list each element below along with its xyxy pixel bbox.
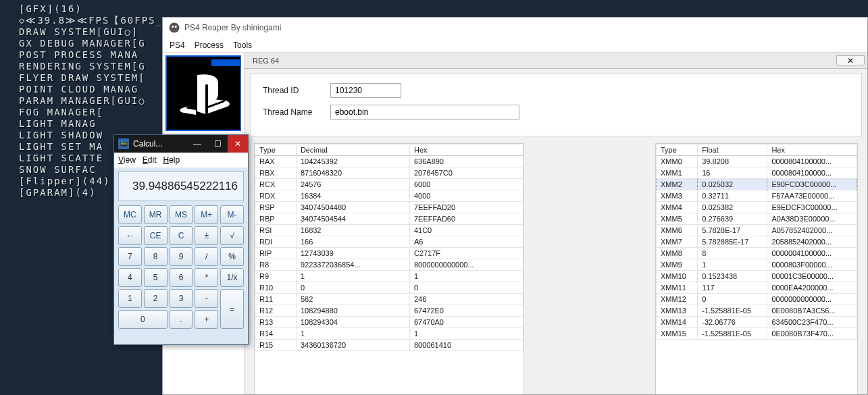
table-row[interactable]: RBP340745045447EEFFAD60 xyxy=(255,213,524,225)
overlay-line: LIGHT MANAG xyxy=(19,118,170,130)
window-maximize-button[interactable]: ☐ xyxy=(207,135,228,153)
menu-tools[interactable]: Tools xyxy=(233,41,252,50)
calc-key-5[interactable]: 5 xyxy=(144,268,168,287)
calc-key-1xx[interactable]: 1/x xyxy=(220,268,244,287)
calc-key-x[interactable]: + xyxy=(195,310,218,329)
calc-menu-help[interactable]: Help xyxy=(163,155,180,165)
table-row[interactable]: RCX245766000 xyxy=(255,179,524,190)
table-row[interactable]: XMM880000004100000... xyxy=(657,248,857,259)
overlay-line: FLYER DRAW SYSTEM[ xyxy=(19,72,170,84)
thread-id-input[interactable] xyxy=(330,83,401,98)
calc-key-x[interactable]: % xyxy=(220,247,244,266)
calc-menu-view[interactable]: View xyxy=(118,155,136,165)
calc-key-6[interactable]: 6 xyxy=(170,268,193,287)
table-row[interactable]: XMM1160000804100000... xyxy=(657,167,857,179)
overlay-line: GX DEBUG MANAGER[G xyxy=(19,38,170,49)
calc-key-9[interactable]: 9 xyxy=(170,247,193,266)
calc-menu-edit[interactable]: Edit xyxy=(143,155,157,165)
calc-key-C[interactable]: C xyxy=(170,226,193,245)
table-row[interactable]: RIP12743039C2717F xyxy=(255,248,524,259)
window-minimize-button[interactable]: — xyxy=(187,135,207,153)
table-row[interactable]: RAX104245392636A890 xyxy=(255,156,524,167)
table-row[interactable]: R11582246 xyxy=(255,294,524,305)
table-row[interactable]: XMM15-1.525881E-050E0080B73F470... xyxy=(657,328,857,340)
table-row[interactable]: RSI1683241C0 xyxy=(255,225,524,236)
svg-point-0 xyxy=(170,23,180,33)
calculator-titlebar[interactable]: 📟 Calcul... — ☐ ✕ xyxy=(114,135,248,153)
gp-col-type[interactable]: Type xyxy=(255,144,297,156)
menu-ps4[interactable]: PS4 xyxy=(170,41,185,50)
calc-key-CE[interactable]: CE xyxy=(144,226,168,245)
table-row[interactable]: R89223372036854...8000000000000... xyxy=(255,259,524,271)
tab-close-button[interactable]: ✕ xyxy=(836,55,865,66)
overlay-line: ◇≪39.8≫≪FPS【60FPS_W xyxy=(19,15,170,26)
table-row[interactable]: R1000 xyxy=(255,282,524,294)
xmm-registers-table[interactable]: Type Float Hex XMM039.82080000804100000.… xyxy=(655,143,858,394)
overlay-line: DRAW SYSTEM[GUI○] xyxy=(19,26,170,38)
table-row[interactable]: XMM65.7828E-17A057852402000... xyxy=(657,225,857,236)
gp-col-decimal[interactable]: Decimal xyxy=(296,144,409,156)
table-row[interactable]: XMM111170000EA4200000... xyxy=(657,282,857,294)
reaper-menu-bar: PS4 Process Tools xyxy=(163,38,867,53)
thread-name-input[interactable] xyxy=(330,105,519,120)
table-row[interactable]: XMM40.025382E9EDCF3C00000... xyxy=(657,202,857,213)
table-row[interactable]: RDX163844000 xyxy=(255,190,524,202)
calc-key-MR[interactable]: MR xyxy=(144,205,168,224)
calc-key-0[interactable]: 0 xyxy=(118,310,168,329)
table-row[interactable]: XMM50.276639A0A38D3E00000... xyxy=(657,213,857,225)
calc-key-x[interactable]: * xyxy=(195,268,218,287)
calc-key-2[interactable]: 2 xyxy=(144,289,168,308)
table-row[interactable]: R1534360136720800061410 xyxy=(255,340,524,351)
table-row[interactable]: R911 xyxy=(255,271,524,282)
calc-key-x[interactable]: √ xyxy=(220,226,244,245)
xmm-col-type[interactable]: Type xyxy=(657,144,698,156)
ps-logo-panel xyxy=(165,55,241,131)
overlay-line: PARAM MANAGER[GUI○ xyxy=(19,95,170,107)
table-row[interactable]: R1210829488067472E0 xyxy=(255,305,524,317)
calculator-display: 39.94886545222116 xyxy=(118,172,244,201)
overlay-line: [GFX](16) xyxy=(19,3,170,15)
calculator-window: 📟 Calcul... — ☐ ✕ View Edit Help 39.9488… xyxy=(113,134,249,345)
calc-key-Mx[interactable]: M- xyxy=(220,205,244,224)
calc-key-3[interactable]: 3 xyxy=(170,289,193,308)
menu-process[interactable]: Process xyxy=(195,41,224,50)
calc-key-MS[interactable]: MS xyxy=(170,205,193,224)
gp-registers-table[interactable]: Type Decimal Hex RAX104245392636A890RBX8… xyxy=(254,143,524,394)
calc-key-7[interactable]: 7 xyxy=(118,247,142,266)
table-row[interactable]: XMM13-1.525881E-050E0080B7A3C56... xyxy=(657,305,857,317)
tab-reg64[interactable]: REG 64 xyxy=(245,54,287,68)
reaper-window: PS4 Reaper By shiningami PS4 Process Too… xyxy=(162,17,868,395)
thread-info-panel: Thread ID Thread Name xyxy=(250,73,862,136)
calc-key-Mx[interactable]: M+ xyxy=(195,205,218,224)
table-row[interactable]: XMM20.025032E90FCD3C00000... xyxy=(657,179,857,190)
calc-key-x[interactable]: . xyxy=(170,310,193,329)
calc-key-x[interactable]: / xyxy=(195,247,218,266)
window-close-button[interactable]: ✕ xyxy=(228,135,248,153)
calc-key-x[interactable]: - xyxy=(195,289,218,308)
xmm-col-float[interactable]: Float xyxy=(698,144,767,156)
table-row[interactable]: RBX87160483202078457C0 xyxy=(255,167,524,179)
table-row[interactable]: XMM039.82080000804100000... xyxy=(657,156,857,167)
calc-key-x[interactable]: = xyxy=(220,289,244,329)
table-row[interactable]: XMM30.32711F67AA73E00000... xyxy=(657,190,857,202)
calc-key-4[interactable]: 4 xyxy=(118,268,142,287)
table-row[interactable]: XMM910000803F00000... xyxy=(657,259,857,271)
playstation-logo-icon xyxy=(177,74,232,115)
overlay-line: FOG MANAGER[ xyxy=(19,107,170,118)
table-row[interactable]: R1310829430467470A0 xyxy=(255,317,524,328)
table-row[interactable]: XMM100.152343800001C3E00000... xyxy=(657,271,857,282)
calc-key-x[interactable]: ± xyxy=(195,226,218,245)
table-row[interactable]: XMM75.782885E-172058852402000... xyxy=(657,236,857,248)
calc-key-MC[interactable]: MC xyxy=(118,205,142,224)
table-row[interactable]: XMM14-32.06776634500C23F470... xyxy=(657,317,857,328)
table-row[interactable]: XMM1200000000000000... xyxy=(657,294,857,305)
calc-key-x[interactable]: ← xyxy=(118,226,142,245)
table-row[interactable]: RSP340745044807EEFFAD20 xyxy=(255,202,524,213)
calc-key-8[interactable]: 8 xyxy=(144,247,168,266)
table-row[interactable]: RDI166A6 xyxy=(255,236,524,248)
reaper-titlebar[interactable]: PS4 Reaper By shiningami xyxy=(163,18,867,38)
calc-key-1[interactable]: 1 xyxy=(118,289,142,308)
gp-col-hex[interactable]: Hex xyxy=(409,144,523,156)
table-row[interactable]: R1411 xyxy=(255,328,524,340)
xmm-col-hex[interactable]: Hex xyxy=(767,144,857,156)
